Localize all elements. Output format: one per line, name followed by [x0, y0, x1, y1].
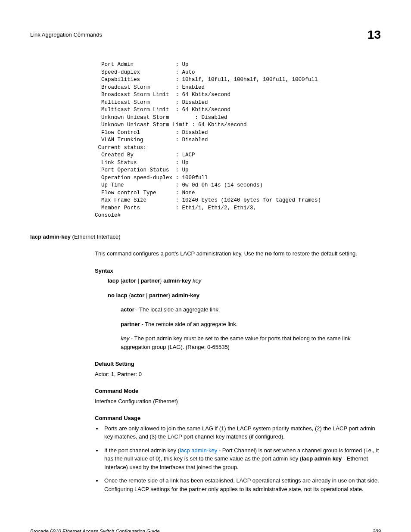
footer-guide: Brocade 6910 Ethernet Access Switch Conf… [30, 528, 160, 532]
syntax-partner: partner - The remote side of an aggregat… [121, 320, 381, 329]
console-output: Port Admin : Up Speed-duplex : Auto Capa… [95, 61, 381, 220]
syntax-line-2: no lacp {actor | partner} admin-key [108, 291, 381, 300]
default-setting-text: Actor: 1, Partner: 0 [95, 370, 381, 379]
command-mode-text: Interface Configuration (Ethernet) [95, 397, 381, 406]
header-title: Link Aggregation Commands [30, 31, 102, 39]
syntax-key: key - The port admin key must be set to … [121, 334, 381, 351]
chapter-number: 13 [367, 26, 381, 44]
page-header: Link Aggregation Commands 13 [30, 26, 381, 44]
usage-item-2: If the port channel admin key (lacp admi… [103, 446, 381, 472]
desc-prefix: This command configures a port's LACP ad… [95, 250, 265, 257]
page-footer: Brocade 6910 Ethernet Access Switch Conf… [30, 528, 381, 532]
desc-suffix: form to restore the default setting. [272, 250, 357, 257]
syntax-line-1: lacp {actor | partner} admin-key key [108, 277, 381, 285]
lacp-admin-key-link[interactable]: lacp admin-key [180, 447, 217, 454]
command-name: lacp admin-key [30, 233, 71, 240]
footer-page: 289 [373, 528, 381, 532]
default-setting-heading: Default Setting [95, 360, 381, 368]
command-mode-section: Command Mode Interface Configuration (Et… [95, 387, 381, 405]
command-context: (Ethernet Interface) [71, 233, 121, 240]
command-usage-heading: Command Usage [95, 414, 381, 423]
syntax-section: Syntax lacp {actor | partner} admin-key … [95, 267, 381, 352]
command-mode-heading: Command Mode [95, 387, 381, 395]
footer-left: Brocade 6910 Ethernet Access Switch Conf… [30, 528, 160, 532]
syntax-heading: Syntax [95, 267, 381, 275]
command-title-row: lacp admin-key (Ethernet Interface) [30, 233, 381, 241]
default-setting-section: Default Setting Actor: 1, Partner: 0 [95, 360, 381, 378]
command-usage-section: Command Usage Ports are only allowed to … [95, 414, 381, 493]
desc-bold: no [265, 250, 272, 257]
usage-item-1: Ports are only allowed to join the same … [103, 424, 381, 441]
usage-item-3: Once the remote side of a link has been … [103, 476, 381, 493]
command-description: This command configures a port's LACP ad… [95, 249, 381, 258]
syntax-actor: actor - The local side an aggregate link… [121, 305, 381, 314]
